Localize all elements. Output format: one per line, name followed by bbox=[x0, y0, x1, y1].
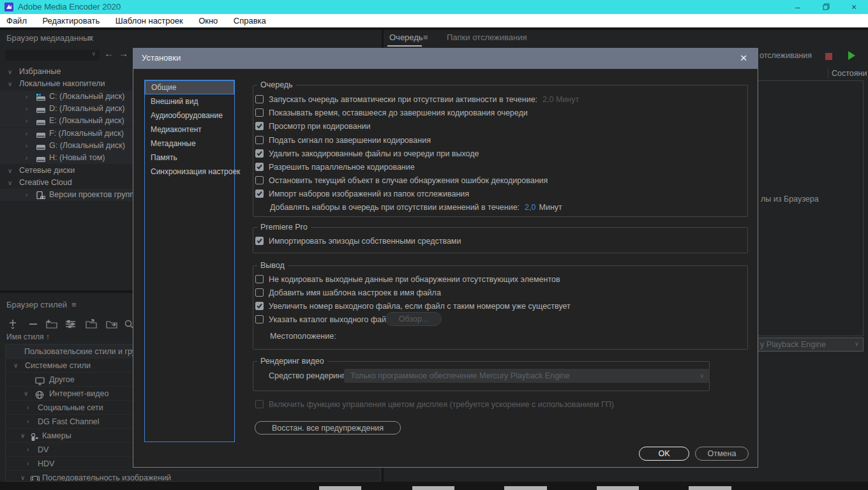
delay-minutes-value[interactable]: 2,0 bbox=[525, 203, 535, 212]
chevron-right-icon[interactable]: › bbox=[26, 152, 27, 164]
checkbox-unchecked[interactable] bbox=[255, 108, 264, 117]
premiere-section-legend: Premiere Pro bbox=[257, 223, 311, 232]
preset-name-column-header[interactable]: Имя стиля ↑ bbox=[6, 332, 50, 341]
dialog-close-icon[interactable]: × bbox=[735, 50, 752, 66]
menu-help[interactable]: Справка bbox=[227, 14, 273, 27]
option-auto-start-queue[interactable]: Запускать очередь автоматически при отсу… bbox=[255, 94, 579, 104]
dialog-titlebar[interactable]: Установки × bbox=[133, 48, 758, 69]
status-column-header: Состояни bbox=[832, 69, 867, 78]
checkbox-unchecked[interactable] bbox=[255, 288, 264, 297]
chevron-down-icon[interactable]: ∨ bbox=[20, 471, 25, 482]
restore-button[interactable] bbox=[812, 0, 840, 14]
panel-menu-icon[interactable]: ≡ bbox=[71, 300, 77, 309]
reset-warnings-button[interactable]: Восстан. все предупреждения bbox=[255, 421, 401, 434]
back-arrow-icon[interactable]: ← bbox=[104, 48, 114, 59]
checkbox-unchecked[interactable] bbox=[255, 95, 264, 103]
chevron-right-icon[interactable]: › bbox=[26, 128, 27, 140]
option-native-sequence-import[interactable]: Импортировать эпизоды собственными средс… bbox=[255, 236, 461, 246]
chevron-down-icon[interactable]: ∨ bbox=[13, 359, 18, 373]
category-appearance[interactable]: Внешний вид bbox=[145, 94, 234, 108]
checkbox-unchecked[interactable] bbox=[255, 275, 264, 283]
chevron-down-icon[interactable]: ∨ bbox=[20, 429, 25, 443]
chevron-down-icon[interactable]: ∨ bbox=[8, 78, 12, 90]
category-general[interactable]: Общие bbox=[145, 80, 234, 94]
category-metadata[interactable]: Метаданные bbox=[145, 137, 234, 151]
taskbar-remnant bbox=[504, 486, 547, 490]
checkbox-unchecked[interactable] bbox=[255, 315, 264, 323]
chevron-down-icon[interactable]: ∨ bbox=[8, 165, 12, 177]
minimize-button[interactable]: – bbox=[784, 0, 812, 14]
dialog-title: Установки bbox=[142, 53, 181, 63]
taskbar-remnant bbox=[412, 486, 454, 490]
chevron-right-icon[interactable]: › bbox=[26, 91, 27, 103]
chevron-down-icon: ∨ bbox=[855, 341, 859, 347]
column-divider bbox=[828, 68, 828, 78]
checkbox-checked[interactable] bbox=[255, 163, 264, 171]
option-no-encode-missing[interactable]: Не кодировать выходные данные при обнару… bbox=[255, 274, 560, 284]
film-icon bbox=[31, 474, 40, 482]
option-specify-output-folder[interactable]: Указать каталог выходного файла: bbox=[255, 315, 398, 324]
menu-file[interactable]: Файл bbox=[0, 14, 33, 27]
menu-window[interactable]: Окно bbox=[192, 14, 224, 27]
checkbox-unchecked[interactable] bbox=[255, 136, 264, 144]
chevron-down-icon[interactable]: ∨ bbox=[24, 387, 28, 401]
option-increment-filename[interactable]: Увеличить номер выходного файла, если фа… bbox=[255, 301, 571, 311]
stop-icon[interactable] bbox=[825, 53, 832, 60]
window-title: Adobe Media Encoder 2020 bbox=[18, 2, 121, 11]
cancel-button[interactable]: Отмена bbox=[695, 447, 749, 461]
media-filter-dropdown[interactable]: ∨ bbox=[5, 50, 100, 61]
option-stop-on-decode-errors[interactable]: Остановить текущий объект в случае обнар… bbox=[255, 175, 548, 185]
output-section-legend: Вывод bbox=[257, 261, 288, 270]
checkbox-unchecked[interactable] bbox=[255, 176, 264, 184]
checkbox-checked[interactable] bbox=[255, 122, 264, 130]
chevron-right-icon[interactable]: › bbox=[27, 457, 29, 471]
taskbar-remnant bbox=[689, 486, 731, 490]
category-audio-hardware[interactable]: Аудиооборудование bbox=[145, 108, 234, 122]
checkbox-checked[interactable] bbox=[255, 189, 264, 198]
forward-arrow-icon[interactable]: → bbox=[119, 48, 128, 59]
chevron-right-icon[interactable]: › bbox=[26, 115, 27, 127]
play-icon[interactable] bbox=[848, 51, 855, 60]
menu-preset[interactable]: Шаблон настроек bbox=[109, 14, 190, 27]
ok-button[interactable]: OK bbox=[639, 447, 689, 461]
category-memory[interactable]: Память bbox=[145, 151, 234, 165]
tab-watch-folders[interactable]: Папки отслеживания bbox=[447, 33, 527, 42]
add-preset-icon[interactable] bbox=[8, 319, 19, 329]
option-add-sets-delay: Добавлять наборы в очередь при отсутстви… bbox=[270, 202, 562, 212]
new-group-icon[interactable] bbox=[46, 319, 57, 329]
category-media[interactable]: Медиаконтент bbox=[145, 122, 234, 137]
option-append-preset-name[interactable]: Добавить имя шаблона настроек в имя файл… bbox=[255, 288, 441, 297]
chevron-right-icon[interactable]: › bbox=[27, 401, 29, 415]
preset-row-image-sequence[interactable]: ∨ Последовательность изображений bbox=[6, 471, 380, 482]
preset-settings-icon[interactable] bbox=[65, 319, 77, 329]
checkbox-checked[interactable] bbox=[255, 302, 264, 310]
chevron-down-icon[interactable]: ∨ bbox=[8, 177, 12, 189]
chevron-right-icon[interactable]: › bbox=[27, 443, 29, 457]
menu-edit[interactable]: Редактировать bbox=[36, 14, 106, 27]
browse-button[interactable]: Обзор... bbox=[385, 312, 442, 326]
option-preview-while-encoding[interactable]: Просмотр при кодировании bbox=[255, 121, 371, 131]
chevron-right-icon[interactable]: › bbox=[27, 415, 29, 429]
remove-preset-icon[interactable] bbox=[28, 319, 40, 329]
option-chime-on-finish[interactable]: Подать сигнал по завершении кодирования bbox=[255, 135, 431, 145]
option-remove-finished[interactable]: Удалить закодированные файлы из очереди … bbox=[255, 149, 479, 158]
dialog-body: Общие Внешний вид Аудиооборудование Меди… bbox=[133, 69, 758, 468]
category-sync-settings[interactable]: Синхронизация настроек bbox=[145, 165, 234, 179]
panel-menu-icon[interactable]: ≡ bbox=[423, 33, 428, 42]
panel-menu-icon[interactable]: ≡ bbox=[87, 33, 93, 43]
renderer-select[interactable]: Только программное обеспечение Mercury P… bbox=[344, 369, 710, 383]
chevron-down-icon[interactable]: ∨ bbox=[8, 66, 12, 78]
option-parallel-encoding[interactable]: Разрешить параллельное кодирование bbox=[255, 162, 415, 172]
checkbox-checked[interactable] bbox=[255, 237, 264, 245]
chevron-right-icon[interactable]: › bbox=[26, 140, 27, 152]
import-preset-icon[interactable] bbox=[86, 319, 97, 329]
checkbox-checked[interactable] bbox=[255, 149, 264, 158]
tab-queue[interactable]: Очередь bbox=[389, 33, 423, 42]
chevron-right-icon[interactable]: › bbox=[26, 103, 27, 115]
export-preset-icon[interactable] bbox=[106, 319, 117, 329]
option-show-remaining-time[interactable]: Показывать время, оставшееся до завершен… bbox=[255, 108, 528, 117]
close-button[interactable]: × bbox=[840, 0, 868, 14]
option-display-color-management: Включить функцию управления цветом диспл… bbox=[255, 399, 614, 409]
chevron-right-icon[interactable]: › bbox=[26, 189, 27, 201]
option-import-image-sets[interactable]: Импорт наборов изображений из папок отсл… bbox=[255, 189, 469, 198]
